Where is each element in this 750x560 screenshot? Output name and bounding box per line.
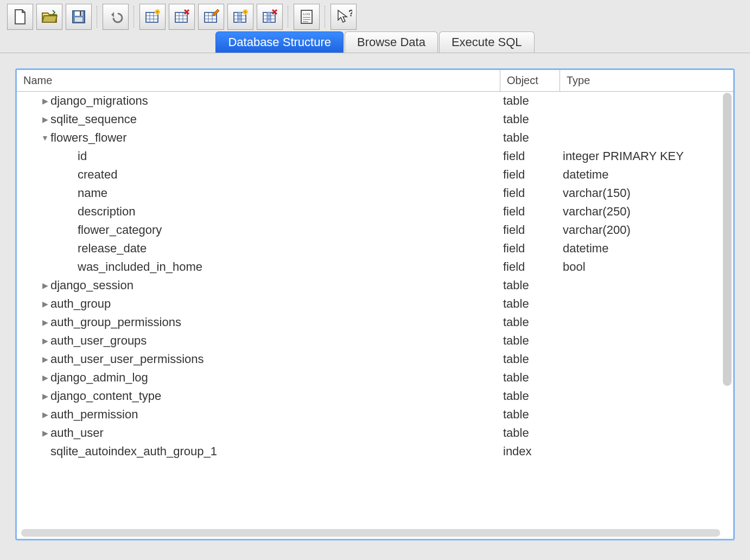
row-label: auth_permission xyxy=(50,408,138,422)
table-delete-button[interactable] xyxy=(169,4,195,30)
table-row[interactable]: descriptionfieldvarchar(250) xyxy=(17,202,733,221)
chevron-right-icon[interactable]: ▶ xyxy=(40,97,50,105)
row-object: table xyxy=(500,131,560,145)
table-new-button[interactable] xyxy=(139,4,166,30)
row-object: field xyxy=(500,168,560,182)
row-label: id xyxy=(78,149,87,163)
table-edit-button[interactable] xyxy=(198,4,224,30)
row-label: release_date xyxy=(78,241,147,256)
row-name: ▶django_admin_log xyxy=(17,371,500,385)
new-file-button[interactable] xyxy=(7,4,33,30)
row-object: table xyxy=(500,94,560,108)
chevron-right-icon[interactable]: ▶ xyxy=(40,429,50,437)
table-row[interactable]: ▼flowers_flowertable xyxy=(17,129,733,147)
chevron-right-icon[interactable]: ▶ xyxy=(40,300,50,308)
chevron-right-icon[interactable]: ▶ xyxy=(40,281,50,290)
row-label: description xyxy=(78,205,135,219)
table-row[interactable]: ▶django_migrationstable xyxy=(17,92,733,110)
row-label: auth_group xyxy=(50,297,111,311)
tabs: Database StructureBrowse DataExecute SQL xyxy=(0,31,750,53)
row-label: django_content_type xyxy=(50,389,161,403)
row-type: bool xyxy=(560,260,733,274)
log-button[interactable]: LOG xyxy=(294,4,320,30)
table-row[interactable]: ▶django_sessiontable xyxy=(17,276,733,295)
row-object: table xyxy=(500,371,560,385)
table-row[interactable]: namefieldvarchar(150) xyxy=(17,184,733,202)
row-object: table xyxy=(500,297,560,311)
row-name: was_included_in_home xyxy=(17,260,500,274)
row-object: field xyxy=(500,186,560,200)
pointer-help-button[interactable]: ? xyxy=(330,4,357,30)
row-type: varchar(200) xyxy=(560,223,733,237)
svg-rect-9 xyxy=(238,12,241,22)
row-object: field xyxy=(500,149,560,163)
toolbar-separator xyxy=(288,6,289,28)
tab-execute-sql[interactable]: Execute SQL xyxy=(439,31,535,53)
table-row[interactable]: ▶auth_user_groupstable xyxy=(17,332,733,350)
row-label: was_included_in_home xyxy=(78,260,202,274)
table-row[interactable]: ▶auth_usertable xyxy=(17,424,733,442)
table-row[interactable]: ▶sqlite_sequencetable xyxy=(17,110,733,129)
svg-text:?: ? xyxy=(348,9,352,18)
vertical-scrollbar[interactable] xyxy=(723,93,732,386)
row-name: flower_category xyxy=(17,223,500,237)
horizontal-scrollbar[interactable] xyxy=(21,529,720,537)
undo-button[interactable] xyxy=(103,4,129,30)
row-label: name xyxy=(78,186,107,200)
table-row[interactable]: was_included_in_homefieldbool xyxy=(17,258,733,276)
row-name: ▶django_content_type xyxy=(17,389,500,403)
table-row[interactable]: idfieldinteger PRIMARY KEY xyxy=(17,147,733,166)
table-row[interactable]: ▶auth_user_user_permissionstable xyxy=(17,350,733,368)
row-name: ▶auth_user_user_permissions xyxy=(17,352,500,366)
row-name: ▶auth_group_permissions xyxy=(17,315,500,329)
row-object: field xyxy=(500,260,560,274)
row-object: table xyxy=(500,315,560,329)
toolbar-separator xyxy=(134,6,135,28)
table-row[interactable]: release_datefielddatetime xyxy=(17,239,733,258)
column-header-type[interactable]: Type xyxy=(560,70,733,91)
chevron-right-icon[interactable]: ▶ xyxy=(40,392,50,400)
chevron-right-icon[interactable]: ▶ xyxy=(40,410,50,419)
save-button[interactable] xyxy=(66,4,92,30)
row-object: index xyxy=(500,444,560,459)
row-type: datetime xyxy=(560,241,733,256)
svg-rect-2 xyxy=(80,11,81,16)
row-label: created xyxy=(78,168,117,182)
row-type: datetime xyxy=(560,168,733,182)
column-new-button[interactable] xyxy=(227,4,253,30)
chevron-right-icon[interactable]: ▶ xyxy=(40,336,50,345)
row-name: name xyxy=(17,186,500,200)
tab-browse-data[interactable]: Browse Data xyxy=(345,31,438,53)
row-name: ▶auth_user xyxy=(17,426,500,440)
structure-tree-panel: Name Object Type ▶django_migrationstable… xyxy=(15,68,735,540)
chevron-right-icon[interactable]: ▶ xyxy=(40,355,50,364)
row-type: integer PRIMARY KEY xyxy=(560,149,733,163)
table-row[interactable]: ▶auth_group_permissionstable xyxy=(17,313,733,332)
table-row[interactable]: createdfielddatetime xyxy=(17,166,733,184)
open-folder-button[interactable] xyxy=(36,4,62,30)
row-label: sqlite_autoindex_auth_group_1 xyxy=(50,444,217,459)
tab-database-structure[interactable]: Database Structure xyxy=(215,31,344,53)
table-row[interactable]: ▶django_content_typetable xyxy=(17,387,733,405)
chevron-down-icon[interactable]: ▼ xyxy=(40,133,50,142)
row-label: auth_user xyxy=(50,426,104,440)
row-name: id xyxy=(17,149,500,163)
row-label: flowers_flower xyxy=(50,131,127,145)
table-row[interactable]: ▶auth_permissiontable xyxy=(17,405,733,424)
table-row[interactable]: sqlite_autoindex_auth_group_1index xyxy=(17,442,733,461)
tree-body[interactable]: ▶django_migrationstable▶sqlite_sequencet… xyxy=(17,92,733,539)
row-name: ▶auth_group xyxy=(17,297,500,311)
chevron-right-icon[interactable]: ▶ xyxy=(40,373,50,382)
row-label: django_migrations xyxy=(50,94,148,108)
chevron-right-icon[interactable]: ▶ xyxy=(40,318,50,327)
table-row[interactable]: flower_categoryfieldvarchar(200) xyxy=(17,221,733,239)
column-header-object[interactable]: Object xyxy=(500,70,560,91)
table-row[interactable]: ▶auth_grouptable xyxy=(17,295,733,313)
column-delete-button[interactable] xyxy=(257,4,283,30)
svg-rect-3 xyxy=(75,17,82,22)
row-object: field xyxy=(500,223,560,237)
row-object: field xyxy=(500,205,560,219)
chevron-right-icon[interactable]: ▶ xyxy=(40,115,50,124)
column-header-name[interactable]: Name xyxy=(17,70,500,91)
table-row[interactable]: ▶django_admin_logtable xyxy=(17,368,733,387)
